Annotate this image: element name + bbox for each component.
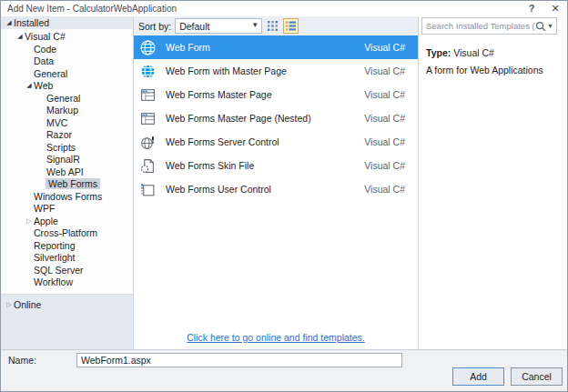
skin-file-icon <box>140 158 156 174</box>
template-item-web-forms-server-control[interactable]: Web Forms Server Control Visual C# <box>134 130 418 154</box>
expander-icon[interactable] <box>5 300 14 309</box>
sidebar-item-scripts[interactable]: Scripts <box>1 141 133 154</box>
search-scope-chevron-icon[interactable]: ▼ <box>546 23 556 29</box>
add-new-item-dialog: Add New Item - CalculatorWebApplication … <box>0 0 568 392</box>
sidebar-item-label: Online <box>14 299 41 310</box>
sidebar-item-sql-server[interactable]: SQL Server <box>1 264 133 276</box>
globe-icon <box>140 40 156 55</box>
template-info-panel: ▼ Type: Visual C# A form for Web Applica… <box>418 16 567 349</box>
sidebar-item-label: Windows Forms <box>34 191 102 202</box>
expander-icon[interactable] <box>25 216 34 226</box>
category-tree: Visual C# Code Data General Web General … <box>1 29 133 295</box>
cancel-button[interactable]: Cancel <box>511 367 563 386</box>
sidebar-item-cross-platform[interactable]: Cross-Platform <box>1 227 133 240</box>
sidebar-item-label: Code <box>34 44 56 55</box>
sidebar-item-razor[interactable]: Razor <box>1 129 133 142</box>
template-language: Visual C# <box>364 136 405 147</box>
sidebar-item-label: Installed <box>14 17 49 28</box>
template-item-web-form[interactable]: Web Form Visual C# <box>134 35 418 59</box>
sidebar-item-web-forms[interactable]: Web Forms <box>1 178 133 191</box>
sidebar-item-reporting[interactable]: Reporting <box>1 239 133 252</box>
template-label: Web Form with Master Page <box>166 65 364 76</box>
template-list: Web Form Visual C# Web Form with Master … <box>134 35 418 347</box>
template-item-web-forms-skin-file[interactable]: Web Forms Skin File Visual C# <box>134 154 418 177</box>
template-item-web-form-with-master-page[interactable]: Web Form with Master Page Visual C# <box>134 59 418 83</box>
sidebar-item-label: Visual C# <box>25 31 66 42</box>
sidebar-item-web-api[interactable]: Web API <box>1 166 133 178</box>
dialog-footer: Name: Add Cancel <box>1 349 567 391</box>
user-control-icon <box>140 182 156 197</box>
help-icon[interactable]: ? <box>520 2 543 15</box>
template-language: Visual C# <box>364 113 405 124</box>
template-label: Web Forms Server Control <box>166 136 364 147</box>
template-language: Visual C# <box>364 42 405 53</box>
sidebar-item-label: MVC <box>46 117 67 128</box>
title-bar: Add New Item - CalculatorWebApplication … <box>1 1 567 16</box>
template-label: Web Forms Master Page (Nested) <box>166 113 364 124</box>
sidebar-item-label: General <box>46 93 80 104</box>
sidebar-item-data[interactable]: Data <box>1 55 133 68</box>
name-input[interactable] <box>76 353 402 367</box>
sidebar-item-mvc[interactable]: MVC <box>1 116 133 129</box>
type-line: Type: Visual C# <box>426 47 562 58</box>
sidebar-item-visual-csharp[interactable]: Visual C# <box>1 31 133 44</box>
sidebar-item-label: SignalR <box>46 154 80 165</box>
sidebar-item-label: Web Forms <box>46 178 100 189</box>
template-list-panel: Sort by: Default ▼ <box>134 16 418 349</box>
expander-icon[interactable] <box>5 18 14 27</box>
expander-icon[interactable] <box>25 81 34 90</box>
sidebar-item-label: Workflow <box>34 276 73 287</box>
small-icons-view-button[interactable] <box>265 18 280 34</box>
search-input[interactable] <box>422 21 535 31</box>
template-label: Web Forms Master Page <box>166 89 364 100</box>
globe-icon <box>140 64 156 79</box>
template-item-web-forms-master-page[interactable]: Web Forms Master Page Visual C# <box>134 83 418 106</box>
sort-dropdown[interactable]: Default ▼ <box>175 18 262 34</box>
footer-buttons: Add Cancel <box>446 367 563 386</box>
sidebar-item-online[interactable]: Online <box>1 298 133 311</box>
sidebar-item-label: Razor <box>46 129 72 140</box>
sidebar-item-wpf[interactable]: WPF <box>1 203 133 216</box>
template-label: Web Form <box>166 42 364 53</box>
sidebar-item-label: Web <box>34 80 53 91</box>
chevron-down-icon: ▼ <box>251 21 259 29</box>
master-page-icon <box>140 87 156 103</box>
template-item-web-forms-user-control[interactable]: Web Forms User Control Visual C# <box>134 177 418 201</box>
sidebar-item-label: WPF <box>34 203 55 214</box>
template-language: Visual C# <box>364 65 405 76</box>
sidebar-item-general[interactable]: General <box>1 67 133 80</box>
sidebar-item-web[interactable]: Web <box>1 80 133 93</box>
template-label: Web Forms Skin File <box>166 160 364 171</box>
magnifier-icon[interactable] <box>535 21 546 32</box>
template-item-web-forms-master-page-nested[interactable]: Web Forms Master Page (Nested) Visual C# <box>134 106 418 130</box>
online-section: Online <box>1 294 133 349</box>
template-language: Visual C# <box>364 160 405 171</box>
dialog-body: Installed Visual C# Code Data General We… <box>1 16 567 349</box>
sidebar-item-windows-forms[interactable]: Windows Forms <box>1 190 133 203</box>
add-button[interactable]: Add <box>452 367 504 386</box>
list-view-button[interactable] <box>283 18 299 34</box>
template-language: Visual C# <box>364 184 405 195</box>
sort-dropdown-value: Default <box>179 21 209 32</box>
sidebar-item-code[interactable]: Code <box>1 43 133 55</box>
sidebar-item-apple[interactable]: Apple <box>1 215 133 227</box>
go-online-link[interactable]: Click here to go online and find templat… <box>187 332 365 343</box>
sidebar-item-web-general[interactable]: General <box>1 92 133 105</box>
small-icons-view-icon <box>267 20 279 32</box>
template-info: Type: Visual C# A form for Web Applicati… <box>419 40 567 75</box>
sidebar-item-installed[interactable]: Installed <box>1 16 133 29</box>
expander-icon[interactable] <box>15 32 25 41</box>
sort-by-label: Sort by: <box>138 21 171 32</box>
sidebar-item-workflow[interactable]: Workflow <box>1 276 133 289</box>
close-icon[interactable]: ✕ <box>543 2 567 15</box>
sidebar-item-markup[interactable]: Markup <box>1 105 133 117</box>
template-label: Web Forms User Control <box>166 184 364 195</box>
sidebar-item-silverlight[interactable]: Silverlight <box>1 252 133 265</box>
sidebar-item-label: Reporting <box>34 240 76 251</box>
go-online-link-wrap: Click here to go online and find templat… <box>134 332 418 343</box>
search-box[interactable]: ▼ <box>421 17 557 35</box>
master-page-icon <box>140 111 156 126</box>
sidebar-item-signalr[interactable]: SignalR <box>1 154 133 166</box>
sidebar-item-label: General <box>34 68 67 79</box>
sidebar-item-label: Scripts <box>46 142 76 153</box>
